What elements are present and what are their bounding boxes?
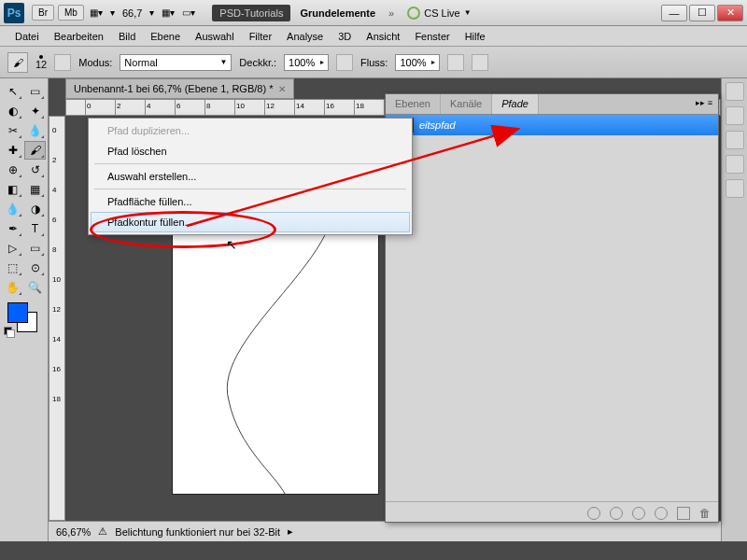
menu-bild[interactable]: Bild: [111, 28, 143, 45]
lasso-tool[interactable]: ◐: [2, 102, 23, 120]
panel-menu-icon[interactable]: ▸▸ ≡: [690, 94, 718, 114]
close-tab-icon[interactable]: ✕: [278, 84, 286, 94]
menu-ansicht[interactable]: Ansicht: [359, 28, 407, 45]
brush-preview[interactable]: 12: [35, 55, 47, 70]
flow-input[interactable]: 100%▸: [395, 54, 440, 71]
airbrush-icon[interactable]: [447, 54, 464, 71]
foreground-color[interactable]: [7, 302, 28, 323]
menu-ebene[interactable]: Ebene: [143, 28, 188, 45]
shape-tool[interactable]: ▭: [24, 239, 46, 258]
menu-bar: Datei Bearbeiten Bild Ebene Auswahl Filt…: [0, 26, 747, 47]
menu-hilfe[interactable]: Hilfe: [458, 28, 493, 45]
menu-auswahl[interactable]: Auswahl: [188, 28, 242, 45]
path-item-label: eitspfad: [419, 119, 456, 131]
zoom-level[interactable]: 66,7: [122, 7, 142, 19]
3d-tool[interactable]: ⬚: [2, 259, 23, 277]
dodge-tool[interactable]: ◑: [24, 200, 46, 218]
menu-analyse[interactable]: Analyse: [279, 28, 331, 45]
delete-path-icon[interactable]: 🗑: [699, 507, 711, 520]
default-colors-icon[interactable]: [4, 327, 15, 336]
menu-bearbeiten[interactable]: Bearbeiten: [47, 28, 111, 45]
vertical-ruler: 024681012141618: [49, 116, 65, 521]
view-dropdown[interactable]: ▦▾: [86, 7, 106, 18]
extras-dropdown[interactable]: ▾: [106, 7, 119, 18]
ctx-item[interactable]: Pfad löschen: [91, 141, 410, 161]
fill-path-icon[interactable]: [587, 507, 600, 520]
opacity-pressure-icon[interactable]: [336, 54, 353, 71]
menu-filter[interactable]: Filter: [242, 28, 279, 45]
new-path-icon[interactable]: [677, 507, 690, 520]
hand-tool[interactable]: ✋: [2, 278, 23, 297]
tab-ebenen[interactable]: Ebenen: [386, 94, 441, 114]
dock-styles-icon[interactable]: [726, 106, 744, 125]
menu-fenster[interactable]: Fenster: [407, 28, 457, 45]
gradient-tool[interactable]: ▦: [24, 180, 46, 199]
flow-label: Fluss:: [360, 57, 388, 68]
stamp-tool[interactable]: ⊕: [2, 161, 23, 179]
ctx-item[interactable]: Auswahl erstellen...: [91, 166, 410, 187]
pen-tool[interactable]: ✒: [2, 219, 23, 238]
color-swatches: [2, 302, 46, 340]
panel-tab-bar: Ebenen Kanäle Pfade ▸▸ ≡: [386, 94, 718, 115]
paths-panel: Ebenen Kanäle Pfade ▸▸ ≡ eitspfad 🗑: [385, 93, 719, 523]
dock-adjustments-icon[interactable]: [726, 131, 744, 149]
move-tool[interactable]: ↖: [2, 82, 23, 101]
wand-tool[interactable]: ✦: [24, 102, 46, 120]
cs-live-label: CS Live: [424, 7, 460, 19]
tab-kanaele[interactable]: Kanäle: [441, 94, 492, 114]
minibridge-button[interactable]: Mb: [58, 5, 84, 21]
close-button[interactable]: ✕: [717, 5, 743, 21]
zoom-dropdown[interactable]: ▾: [146, 7, 158, 18]
3d-camera-tool[interactable]: ⊙: [24, 259, 46, 277]
screen-mode-dropdown[interactable]: ▭▾: [178, 7, 199, 18]
blur-tool[interactable]: 💧: [2, 200, 23, 218]
brush-panel-icon[interactable]: [54, 54, 71, 71]
toolbox: ↖▭ ◐✦ ✂💧 ✚🖌 ⊕↺ ◧▦ 💧◑ ✒T ▷▭ ⬚⊙ ✋🔍: [0, 78, 49, 541]
panel-body[interactable]: eitspfad: [386, 115, 718, 501]
crop-tool[interactable]: ✂: [2, 121, 23, 140]
menu-datei[interactable]: Datei: [7, 28, 47, 45]
bridge-button[interactable]: Br: [32, 5, 54, 21]
zoom-tool[interactable]: 🔍: [24, 278, 46, 297]
stroke-path-icon[interactable]: [610, 507, 623, 520]
status-zoom[interactable]: 66,67%: [56, 526, 91, 538]
arrange-dropdown[interactable]: ▦▾: [158, 7, 178, 18]
opacity-input[interactable]: 100%▸: [284, 54, 329, 71]
eraser-tool[interactable]: ◧: [2, 180, 23, 199]
dock-swatches-icon[interactable]: [726, 82, 744, 101]
ctx-item[interactable]: Pfadfläche füllen...: [91, 191, 410, 212]
menu-3d[interactable]: 3D: [331, 28, 359, 45]
path-to-selection-icon[interactable]: [632, 507, 645, 520]
maximize-button[interactable]: ☐: [689, 5, 715, 21]
path-select-tool[interactable]: ▷: [2, 239, 23, 258]
history-brush-tool[interactable]: ↺: [24, 161, 46, 179]
ps-logo-icon: Ps: [4, 3, 24, 23]
workspace-more-icon[interactable]: »: [388, 7, 394, 19]
modus-select[interactable]: Normal▼: [120, 54, 232, 71]
brush-tool[interactable]: 🖌: [24, 141, 46, 160]
workspace-grundelemente[interactable]: Grundelemente: [292, 5, 383, 21]
type-tool[interactable]: T: [24, 219, 46, 238]
dock-paragraph-icon[interactable]: [726, 179, 744, 198]
workspace-psd-tutorials[interactable]: PSD-Tutorials: [212, 5, 290, 21]
tablet-pressure-icon[interactable]: [472, 54, 488, 71]
eyedropper-tool[interactable]: 💧: [24, 121, 46, 140]
document-tab[interactable]: Unbenannt-1 bei 66,7% (Ebene 1, RGB/8) *…: [65, 78, 294, 99]
tab-pfade[interactable]: Pfade: [492, 94, 539, 114]
chevron-down-icon: ▼: [464, 8, 472, 17]
marquee-tool[interactable]: ▭: [24, 82, 46, 101]
heal-tool[interactable]: ✚: [2, 141, 23, 160]
path-item-arbeitspfad[interactable]: eitspfad: [386, 115, 718, 135]
selection-to-path-icon[interactable]: [655, 507, 668, 520]
dock-color-icon[interactable]: [726, 155, 744, 174]
ctx-item[interactable]: Pfadkontur füllen...: [91, 212, 410, 232]
options-bar: 🖌 12 Modus: Normal▼ Deckkr.: 100%▸ Fluss…: [0, 47, 747, 78]
opacity-label: Deckkr.:: [239, 57, 276, 68]
cs-live-button[interactable]: CS Live ▼: [407, 7, 471, 20]
title-bar: Ps Br Mb ▦▾ ▾ 66,7 ▾ ▦▾ ▭▾ PSD-Tutorials…: [0, 0, 747, 26]
panel-footer: 🗑: [386, 501, 718, 524]
minimize-button[interactable]: —: [661, 5, 687, 21]
context-menu: Pfad duplizieren...Pfad löschenAuswahl e…: [88, 118, 413, 235]
tool-preset-icon[interactable]: 🖌: [7, 52, 28, 73]
ctx-item: Pfad duplizieren...: [91, 120, 410, 141]
